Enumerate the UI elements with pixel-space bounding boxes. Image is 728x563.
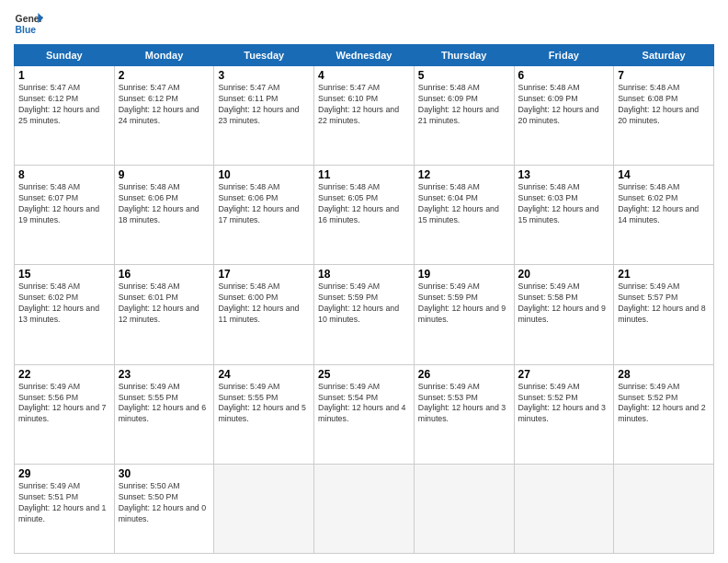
day-info: Sunrise: 5:49 AMSunset: 5:52 PMDaylight:… (618, 382, 710, 426)
logo-icon: General Blue (14, 9, 43, 39)
day-number: 14 (618, 168, 710, 181)
calendar-table: SundayMondayTuesdayWednesdayThursdayFrid… (14, 44, 714, 554)
day-number: 13 (518, 168, 610, 181)
day-info: Sunrise: 5:48 AMSunset: 6:03 PMDaylight:… (518, 182, 610, 226)
calendar-cell: 9Sunrise: 5:48 AMSunset: 6:06 PMDaylight… (114, 166, 214, 265)
day-info: Sunrise: 5:49 AMSunset: 5:56 PMDaylight:… (18, 382, 110, 426)
day-info: Sunrise: 5:48 AMSunset: 6:04 PMDaylight:… (418, 182, 510, 226)
calendar-cell: 11Sunrise: 5:48 AMSunset: 6:05 PMDayligh… (314, 166, 415, 265)
day-number: 27 (518, 368, 610, 381)
calendar-cell: 18Sunrise: 5:49 AMSunset: 5:59 PMDayligh… (314, 265, 415, 364)
day-info: Sunrise: 5:49 AMSunset: 5:59 PMDaylight:… (318, 282, 410, 326)
day-info: Sunrise: 5:47 AMSunset: 6:12 PMDaylight:… (119, 83, 210, 127)
calendar-cell: 21Sunrise: 5:49 AMSunset: 5:57 PMDayligh… (614, 265, 714, 364)
calendar-cell: 5Sunrise: 5:48 AMSunset: 6:09 PMDaylight… (414, 66, 514, 166)
day-info: Sunrise: 5:48 AMSunset: 6:05 PMDaylight:… (318, 182, 410, 226)
day-number: 25 (318, 368, 410, 381)
day-number: 4 (318, 69, 410, 82)
calendar-cell (414, 464, 514, 553)
day-info: Sunrise: 5:49 AMSunset: 5:53 PMDaylight:… (418, 382, 510, 426)
day-number: 5 (418, 69, 510, 82)
calendar-header-sunday: Sunday (15, 45, 115, 66)
calendar-header-row: SundayMondayTuesdayWednesdayThursdayFrid… (15, 45, 714, 66)
day-number: 18 (318, 268, 410, 281)
day-info: Sunrise: 5:48 AMSunset: 6:02 PMDaylight:… (618, 182, 710, 226)
day-number: 24 (218, 368, 310, 381)
calendar-cell: 8Sunrise: 5:48 AMSunset: 6:07 PMDaylight… (15, 166, 115, 265)
day-info: Sunrise: 5:48 AMSunset: 6:09 PMDaylight:… (418, 83, 510, 127)
day-number: 8 (18, 168, 110, 181)
calendar-cell: 30Sunrise: 5:50 AMSunset: 5:50 PMDayligh… (114, 464, 214, 553)
calendar-cell: 26Sunrise: 5:49 AMSunset: 5:53 PMDayligh… (414, 364, 514, 464)
day-info: Sunrise: 5:47 AMSunset: 6:11 PMDaylight:… (218, 83, 310, 127)
calendar-cell: 3Sunrise: 5:47 AMSunset: 6:11 PMDaylight… (214, 66, 314, 166)
calendar-week-row: 22Sunrise: 5:49 AMSunset: 5:56 PMDayligh… (15, 364, 714, 464)
calendar-header-saturday: Saturday (614, 45, 714, 66)
calendar-cell: 29Sunrise: 5:49 AMSunset: 5:51 PMDayligh… (15, 464, 115, 553)
calendar-week-row: 15Sunrise: 5:48 AMSunset: 6:02 PMDayligh… (15, 265, 714, 364)
day-number: 28 (618, 368, 710, 381)
calendar-cell: 28Sunrise: 5:49 AMSunset: 5:52 PMDayligh… (614, 364, 714, 464)
calendar-cell: 17Sunrise: 5:48 AMSunset: 6:00 PMDayligh… (214, 265, 314, 364)
day-info: Sunrise: 5:49 AMSunset: 5:54 PMDaylight:… (318, 382, 410, 426)
calendar-cell: 14Sunrise: 5:48 AMSunset: 6:02 PMDayligh… (614, 166, 714, 265)
calendar-cell: 4Sunrise: 5:47 AMSunset: 6:10 PMDaylight… (314, 66, 415, 166)
calendar-header-tuesday: Tuesday (214, 45, 314, 66)
day-info: Sunrise: 5:49 AMSunset: 5:57 PMDaylight:… (618, 282, 710, 326)
day-info: Sunrise: 5:48 AMSunset: 6:00 PMDaylight:… (218, 282, 310, 326)
calendar-header-thursday: Thursday (414, 45, 514, 66)
day-info: Sunrise: 5:49 AMSunset: 5:58 PMDaylight:… (518, 282, 610, 326)
day-info: Sunrise: 5:47 AMSunset: 6:10 PMDaylight:… (318, 83, 410, 127)
calendar-cell: 23Sunrise: 5:49 AMSunset: 5:55 PMDayligh… (114, 364, 214, 464)
day-info: Sunrise: 5:48 AMSunset: 6:07 PMDaylight:… (18, 182, 110, 226)
calendar-cell: 10Sunrise: 5:48 AMSunset: 6:06 PMDayligh… (214, 166, 314, 265)
calendar-week-row: 8Sunrise: 5:48 AMSunset: 6:07 PMDaylight… (15, 166, 714, 265)
day-info: Sunrise: 5:48 AMSunset: 6:06 PMDaylight:… (119, 182, 210, 226)
calendar-cell: 13Sunrise: 5:48 AMSunset: 6:03 PMDayligh… (514, 166, 614, 265)
calendar-week-row: 29Sunrise: 5:49 AMSunset: 5:51 PMDayligh… (15, 464, 714, 553)
day-number: 10 (218, 168, 310, 181)
calendar-cell (214, 464, 314, 553)
calendar-cell: 19Sunrise: 5:49 AMSunset: 5:59 PMDayligh… (414, 265, 514, 364)
day-number: 21 (618, 268, 710, 281)
day-number: 23 (119, 368, 210, 381)
day-info: Sunrise: 5:49 AMSunset: 5:59 PMDaylight:… (418, 282, 510, 326)
day-number: 6 (518, 69, 610, 82)
day-info: Sunrise: 5:48 AMSunset: 6:02 PMDaylight:… (18, 282, 110, 326)
day-number: 30 (119, 467, 210, 480)
calendar-cell: 22Sunrise: 5:49 AMSunset: 5:56 PMDayligh… (15, 364, 115, 464)
day-number: 7 (618, 69, 710, 82)
day-number: 15 (18, 268, 110, 281)
day-info: Sunrise: 5:48 AMSunset: 6:09 PMDaylight:… (518, 83, 610, 127)
calendar-cell (314, 464, 415, 553)
day-number: 1 (18, 69, 110, 82)
day-info: Sunrise: 5:49 AMSunset: 5:55 PMDaylight:… (119, 382, 210, 426)
day-number: 19 (418, 268, 510, 281)
day-info: Sunrise: 5:48 AMSunset: 6:08 PMDaylight:… (618, 83, 710, 127)
day-number: 16 (119, 268, 210, 281)
day-info: Sunrise: 5:47 AMSunset: 6:12 PMDaylight:… (18, 83, 110, 127)
calendar-week-row: 1Sunrise: 5:47 AMSunset: 6:12 PMDaylight… (15, 66, 714, 166)
day-number: 2 (119, 69, 210, 82)
day-info: Sunrise: 5:49 AMSunset: 5:51 PMDaylight:… (18, 481, 110, 525)
calendar-cell: 20Sunrise: 5:49 AMSunset: 5:58 PMDayligh… (514, 265, 614, 364)
day-number: 17 (218, 268, 310, 281)
calendar-cell: 25Sunrise: 5:49 AMSunset: 5:54 PMDayligh… (314, 364, 415, 464)
day-info: Sunrise: 5:49 AMSunset: 5:52 PMDaylight:… (518, 382, 610, 426)
calendar-cell: 15Sunrise: 5:48 AMSunset: 6:02 PMDayligh… (15, 265, 115, 364)
day-number: 29 (18, 467, 110, 480)
day-number: 20 (518, 268, 610, 281)
calendar-cell: 1Sunrise: 5:47 AMSunset: 6:12 PMDaylight… (15, 66, 115, 166)
calendar-cell (614, 464, 714, 553)
day-number: 22 (18, 368, 110, 381)
calendar-cell: 6Sunrise: 5:48 AMSunset: 6:09 PMDaylight… (514, 66, 614, 166)
calendar-cell (514, 464, 614, 553)
day-number: 3 (218, 69, 310, 82)
calendar-cell: 7Sunrise: 5:48 AMSunset: 6:08 PMDaylight… (614, 66, 714, 166)
day-number: 11 (318, 168, 410, 181)
calendar-cell: 12Sunrise: 5:48 AMSunset: 6:04 PMDayligh… (414, 166, 514, 265)
day-info: Sunrise: 5:48 AMSunset: 6:01 PMDaylight:… (119, 282, 210, 326)
page: General Blue SundayMondayTuesdayWednesda… (0, 0, 728, 563)
day-info: Sunrise: 5:50 AMSunset: 5:50 PMDaylight:… (119, 481, 210, 525)
calendar-cell: 2Sunrise: 5:47 AMSunset: 6:12 PMDaylight… (114, 66, 214, 166)
